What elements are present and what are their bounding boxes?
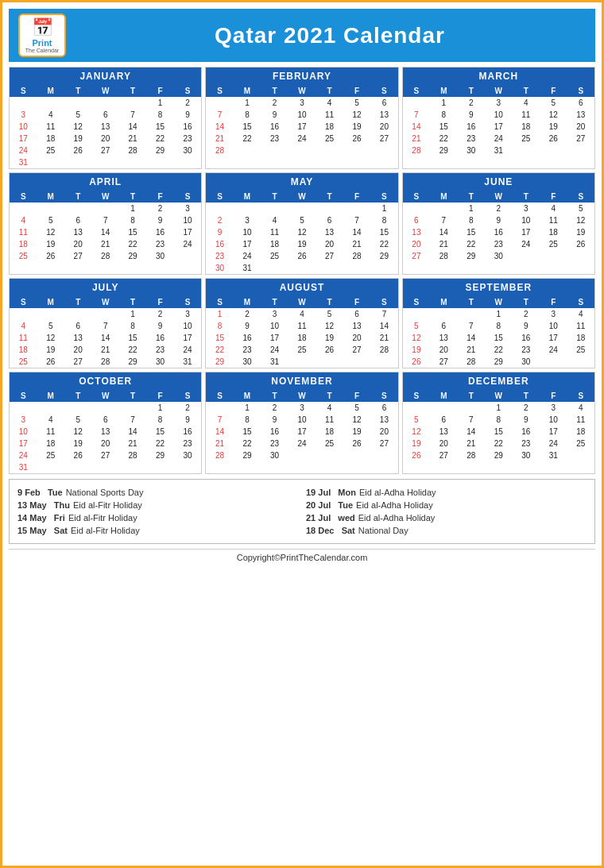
calendar-grid: JANUARYSMTWTFS12345678910111213141516171… [9,67,595,474]
day-cell: 28 [206,145,233,156]
day-label-s-0: S [403,85,430,97]
day-label-f-5: F [343,191,370,203]
day-cell: 24 [10,145,37,156]
day-cell: 10 [261,320,288,332]
holiday-name: Eid al-Fitr Holiday [68,513,137,523]
day-cell: 20 [64,344,91,356]
day-cell: 10 [174,320,201,332]
day-cell: 29 [234,449,261,461]
day-cell: 24 [485,133,512,145]
day-cell: 18 [37,438,64,449]
day-cell: 18 [37,133,64,145]
day-cell: 14 [91,226,118,238]
holiday-row: 18 Dec SatNational Day [306,524,587,537]
day-cell: 17 [540,426,567,438]
holiday-row: 20 Jul TueEid al-Adha Holiday [306,499,587,511]
day-cell: 2 [513,402,540,414]
day-cell: 1 [146,402,173,414]
day-cell: 4 [288,308,316,320]
day-cell: 11 [37,426,64,438]
day-label-t-2: T [261,85,288,97]
month-row-1: APRILSMTWTFS1234567891011121314151617181… [9,172,595,275]
month-block-august: AUGUSTSMTWTFS123456789101112131415161718… [205,278,398,368]
day-label-s-6: S [174,296,201,308]
empty-cell [261,203,288,214]
day-cell: 27 [343,344,370,356]
day-headers: SMTWTFS [10,390,201,402]
days-grid-october: 1234567891011121314151617181920212223242… [10,402,201,473]
day-cell: 6 [567,97,594,109]
day-cell: 3 [10,109,37,121]
day-cell: 23 [513,438,540,449]
month-block-january: JANUARYSMTWTFS12345678910111213141516171… [9,67,202,169]
day-cell: 2 [234,308,261,320]
day-cell: 28 [343,250,370,262]
day-cell: 24 [288,438,316,449]
day-cell: 20 [403,238,430,250]
day-cell: 14 [206,426,233,438]
day-cell: 5 [403,414,430,426]
day-label-s-0: S [206,296,233,308]
empty-cell [206,97,233,109]
day-label-s-6: S [370,296,397,308]
day-headers: SMTWTFS [10,296,201,308]
day-label-f-5: F [540,85,567,97]
day-cell: 23 [146,238,173,250]
day-cell: 20 [91,133,118,145]
day-cell: 2 [174,402,201,414]
day-cell: 3 [174,308,201,320]
day-cell: 9 [174,414,201,426]
day-cell: 6 [64,214,91,226]
day-cell: 29 [370,250,397,262]
day-cell: 12 [64,121,91,133]
day-cell: 26 [343,438,370,449]
day-cell: 27 [370,438,397,449]
day-cell: 7 [430,214,457,226]
day-cell: 31 [174,356,201,368]
month-row-3: OCTOBERSMTWTFS12345678910111213141516171… [9,372,595,474]
day-label-t-4: T [316,296,343,308]
day-label-t-4: T [119,296,146,308]
day-label-f-5: F [146,296,173,308]
day-cell: 11 [10,226,37,238]
day-cell: 8 [146,109,173,121]
day-cell: 7 [206,414,233,426]
month-header-july: JULY [10,279,201,296]
day-cell: 29 [146,145,173,156]
day-cell: 10 [540,414,567,426]
day-cell: 19 [540,121,567,133]
day-cell: 22 [485,344,512,356]
day-cell: 17 [540,332,567,344]
day-cell: 4 [316,97,343,109]
day-cell: 7 [119,109,146,121]
day-cell: 27 [316,250,343,262]
day-cell: 21 [206,133,233,145]
month-row-0: JANUARYSMTWTFS12345678910111213141516171… [9,67,595,169]
day-cell: 10 [485,109,512,121]
day-cell: 13 [430,426,457,438]
day-cell: 4 [540,203,567,214]
holiday-date: 20 Jul Tue [306,500,353,510]
day-cell: 5 [403,320,430,332]
day-cell: 12 [540,109,567,121]
days-grid-august: 1234567891011121314151617181920212223242… [206,308,397,368]
day-cell: 30 [234,356,261,368]
day-cell: 12 [343,414,370,426]
day-cell: 26 [343,133,370,145]
day-label-m-1: M [234,296,261,308]
day-cell: 19 [64,133,91,145]
month-header-november: NOVEMBER [206,372,397,390]
holidays-box: 9 Feb TueNational Sports Day13 May ThuEi… [9,479,595,544]
day-cell: 14 [119,121,146,133]
empty-cell [458,402,485,414]
day-headers: SMTWTFS [403,191,594,203]
days-grid-february: 1234567891011121314151617181920212223242… [206,97,397,156]
day-cell: 7 [403,109,430,121]
day-label-s-0: S [206,390,233,402]
empty-cell [119,402,146,414]
day-cell: 23 [261,438,288,449]
month-block-july: JULYSMTWTFS12345678910111213141516171819… [9,278,202,368]
day-cell: 8 [206,320,233,332]
day-cell: 16 [146,226,173,238]
month-block-february: FEBRUARYSMTWTFS1234567891011121314151617… [205,67,398,169]
